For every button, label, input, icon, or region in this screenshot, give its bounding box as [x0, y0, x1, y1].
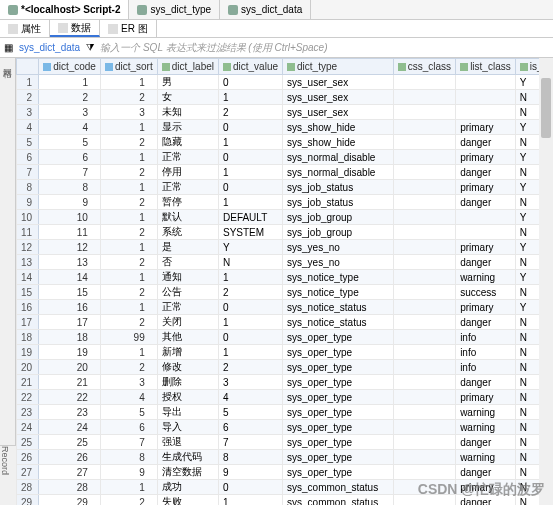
- cell-dict_value[interactable]: 1: [219, 195, 283, 210]
- cell-dict_label[interactable]: 导入: [157, 420, 218, 435]
- cell-list_class[interactable]: danger: [456, 315, 516, 330]
- cell-dict_type[interactable]: sys_notice_status: [283, 315, 394, 330]
- table-row[interactable]: 21213删除3sys_oper_typedangerN: [17, 375, 554, 390]
- tab-script[interactable]: *<localhost> Script-2: [0, 0, 129, 19]
- cell-list_class[interactable]: [456, 225, 516, 240]
- cell-rownum[interactable]: 18: [17, 330, 39, 345]
- cell-dict_type[interactable]: sys_notice_type: [283, 285, 394, 300]
- cell-rownum[interactable]: 26: [17, 450, 39, 465]
- table-row[interactable]: 15152公告2sys_notice_typesuccessN: [17, 285, 554, 300]
- cell-css_class[interactable]: [393, 375, 455, 390]
- cell-rownum[interactable]: 25: [17, 435, 39, 450]
- cell-dict_type[interactable]: sys_oper_type: [283, 450, 394, 465]
- column-header-css_class[interactable]: css_class: [393, 59, 455, 75]
- cell-dict_code[interactable]: 27: [39, 465, 101, 480]
- cell-rownum[interactable]: 27: [17, 465, 39, 480]
- cell-css_class[interactable]: [393, 180, 455, 195]
- cell-dict_sort[interactable]: 1: [100, 150, 157, 165]
- cell-list_class[interactable]: primary: [456, 150, 516, 165]
- cell-rownum[interactable]: 12: [17, 240, 39, 255]
- cell-list_class[interactable]: danger: [456, 495, 516, 506]
- cell-dict_type[interactable]: sys_common_status: [283, 495, 394, 506]
- cell-dict_label[interactable]: 失败: [157, 495, 218, 506]
- cell-dict_type[interactable]: sys_oper_type: [283, 330, 394, 345]
- cell-rownum[interactable]: 22: [17, 390, 39, 405]
- cell-dict_code[interactable]: 26: [39, 450, 101, 465]
- subtab-data[interactable]: 数据: [50, 20, 100, 37]
- column-header-list_class[interactable]: list_class: [456, 59, 516, 75]
- cell-list_class[interactable]: primary: [456, 300, 516, 315]
- cell-list_class[interactable]: primary: [456, 480, 516, 495]
- cell-dict_value[interactable]: 0: [219, 480, 283, 495]
- cell-dict_value[interactable]: DEFAULT: [219, 210, 283, 225]
- breadcrumb[interactable]: sys_dict_data: [19, 42, 80, 53]
- cell-css_class[interactable]: [393, 480, 455, 495]
- cell-dict_sort[interactable]: 2: [100, 495, 157, 506]
- cell-list_class[interactable]: success: [456, 285, 516, 300]
- cell-dict_value[interactable]: 2: [219, 285, 283, 300]
- cell-dict_type[interactable]: sys_normal_disable: [283, 150, 394, 165]
- cell-rownum[interactable]: 3: [17, 105, 39, 120]
- cell-dict_code[interactable]: 23: [39, 405, 101, 420]
- cell-dict_type[interactable]: sys_oper_type: [283, 435, 394, 450]
- cell-dict_sort[interactable]: 1: [100, 240, 157, 255]
- cell-rownum[interactable]: 23: [17, 405, 39, 420]
- cell-dict_label[interactable]: 导出: [157, 405, 218, 420]
- cell-dict_label[interactable]: 暂停: [157, 195, 218, 210]
- cell-list_class[interactable]: [456, 210, 516, 225]
- cell-dict_sort[interactable]: 1: [100, 270, 157, 285]
- cell-rownum[interactable]: 9: [17, 195, 39, 210]
- cell-dict_type[interactable]: sys_normal_disable: [283, 165, 394, 180]
- table-row[interactable]: 14141通知1sys_notice_typewarningY: [17, 270, 554, 285]
- cell-dict_sort[interactable]: 6: [100, 420, 157, 435]
- cell-dict_value[interactable]: SYSTEM: [219, 225, 283, 240]
- cell-dict_code[interactable]: 24: [39, 420, 101, 435]
- cell-dict_type[interactable]: sys_oper_type: [283, 345, 394, 360]
- table-row[interactable]: 13132否Nsys_yes_nodangerN: [17, 255, 554, 270]
- table-row[interactable]: 661正常0sys_normal_disableprimaryY: [17, 150, 554, 165]
- cell-dict_sort[interactable]: 2: [100, 165, 157, 180]
- cell-dict_value[interactable]: Y: [219, 240, 283, 255]
- cell-dict_sort[interactable]: 7: [100, 435, 157, 450]
- cell-dict_sort[interactable]: 1: [100, 75, 157, 90]
- cell-css_class[interactable]: [393, 360, 455, 375]
- cell-dict_sort[interactable]: 1: [100, 480, 157, 495]
- cell-dict_code[interactable]: 28: [39, 480, 101, 495]
- cell-dict_label[interactable]: 显示: [157, 120, 218, 135]
- cell-list_class[interactable]: primary: [456, 180, 516, 195]
- cell-dict_type[interactable]: sys_oper_type: [283, 405, 394, 420]
- cell-rownum[interactable]: 5: [17, 135, 39, 150]
- cell-rownum[interactable]: 16: [17, 300, 39, 315]
- cell-dict_type[interactable]: sys_job_status: [283, 195, 394, 210]
- cell-dict_type[interactable]: sys_notice_status: [283, 300, 394, 315]
- cell-dict_value[interactable]: 7: [219, 435, 283, 450]
- cell-list_class[interactable]: danger: [456, 375, 516, 390]
- cell-dict_sort[interactable]: 3: [100, 105, 157, 120]
- cell-dict_value[interactable]: 5: [219, 405, 283, 420]
- cell-dict_label[interactable]: 否: [157, 255, 218, 270]
- cell-dict_code[interactable]: 15: [39, 285, 101, 300]
- cell-css_class[interactable]: [393, 300, 455, 315]
- cell-list_class[interactable]: danger: [456, 255, 516, 270]
- cell-rownum[interactable]: 28: [17, 480, 39, 495]
- cell-dict_type[interactable]: sys_job_status: [283, 180, 394, 195]
- table-row[interactable]: 111男0sys_user_sexY: [17, 75, 554, 90]
- cell-dict_type[interactable]: sys_user_sex: [283, 105, 394, 120]
- cell-dict_label[interactable]: 删除: [157, 375, 218, 390]
- table-row[interactable]: 881正常0sys_job_statusprimaryY: [17, 180, 554, 195]
- cell-dict_label[interactable]: 成功: [157, 480, 218, 495]
- cell-rownum[interactable]: 20: [17, 360, 39, 375]
- cell-dict_code[interactable]: 29: [39, 495, 101, 506]
- cell-dict_value[interactable]: 0: [219, 120, 283, 135]
- cell-dict_type[interactable]: sys_notice_type: [283, 270, 394, 285]
- cell-dict_code[interactable]: 18: [39, 330, 101, 345]
- cell-dict_sort[interactable]: 9: [100, 465, 157, 480]
- cell-css_class[interactable]: [393, 390, 455, 405]
- table-row[interactable]: 25257强退7sys_oper_typedangerN: [17, 435, 554, 450]
- cell-dict_sort[interactable]: 1: [100, 120, 157, 135]
- cell-list_class[interactable]: info: [456, 345, 516, 360]
- cell-dict_label[interactable]: 修改: [157, 360, 218, 375]
- table-row[interactable]: 552隐藏1sys_show_hidedangerN: [17, 135, 554, 150]
- cell-dict_sort[interactable]: 1: [100, 180, 157, 195]
- table-row[interactable]: 16161正常0sys_notice_statusprimaryY: [17, 300, 554, 315]
